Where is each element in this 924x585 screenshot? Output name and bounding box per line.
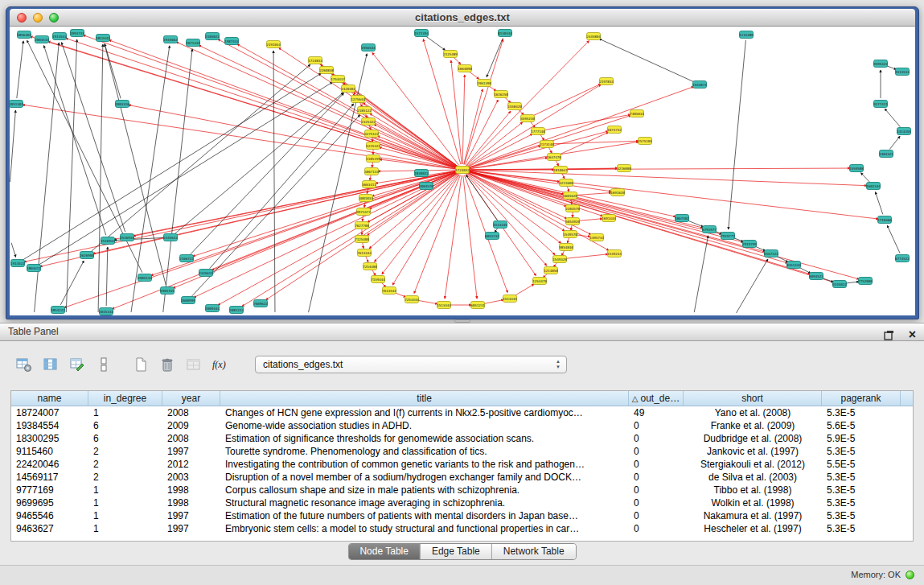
table-mode-icon[interactable] — [14, 356, 34, 373]
graph-node[interactable]: 7253444 — [405, 296, 419, 303]
graph-node[interactable]: 2093731 — [70, 30, 84, 37]
graph-node[interactable]: 6051232 — [485, 233, 499, 240]
graph-node[interactable]: 5905133 — [138, 274, 152, 282]
table-row[interactable]: 946362711997Embryonic stem cells: a mode… — [11, 522, 913, 535]
minimize-window-button[interactable] — [33, 13, 43, 23]
graph-node[interactable]: 7159444 — [371, 276, 385, 283]
graph-node[interactable]: 3067133 — [364, 168, 379, 175]
column-header-year[interactable]: year — [162, 391, 220, 406]
graph-node[interactable]: 1804411 — [27, 265, 41, 272]
memory-status-icon[interactable] — [906, 571, 914, 579]
graph-node[interactable]: 1115480 — [739, 31, 754, 39]
graph-node[interactable]: 8451444 — [786, 262, 801, 269]
graph-node[interactable]: 2009444 — [205, 305, 220, 312]
graph-node[interactable]: 3081833 — [359, 195, 373, 202]
graph-node[interactable]: 2081222 — [229, 307, 244, 314]
graph-node[interactable]: 1944874 — [692, 81, 707, 89]
graph-node[interactable]: 7609622 — [253, 300, 268, 307]
graph-node[interactable]: 4275122 — [364, 130, 379, 138]
table-source-dropdown[interactable]: citations_edges.txt ▲▼ — [255, 356, 567, 373]
new-file-icon[interactable] — [131, 356, 150, 373]
table-row[interactable]: 1456911722003Disruption of a novel membe… — [11, 471, 913, 484]
function-icon[interactable]: f(x) — [211, 356, 230, 373]
graph-node[interactable]: 2600999 — [181, 297, 195, 304]
window-titlebar[interactable]: citations_edges.txt — [10, 9, 915, 27]
graph-node[interactable]: 1856402 — [17, 31, 31, 39]
graph-node[interactable]: 1616250 — [494, 91, 508, 98]
network-canvas[interactable]: 1856402200453319135332093731181244219456… — [10, 27, 915, 315]
graph-node[interactable]: 1602344 — [866, 183, 881, 190]
graph-node[interactable]: 6791977 — [702, 226, 717, 233]
graph-node[interactable]: 1691620 — [610, 189, 625, 196]
network-graph[interactable]: 1856402200453319135332093731181244219456… — [10, 27, 915, 315]
zoom-window-button[interactable] — [49, 13, 59, 23]
graph-node[interactable]: 7919777 — [721, 233, 735, 240]
graph-node[interactable]: 1724833 — [308, 57, 322, 64]
graph-node[interactable]: 2105022 — [205, 33, 220, 40]
graph-node[interactable]: 1513533 — [895, 68, 910, 76]
show-columns-icon[interactable] — [41, 356, 60, 373]
graph-node[interactable]: 2345633 — [163, 234, 178, 241]
table-row[interactable]: 977716911998Corpus callosum shape and si… — [11, 484, 913, 496]
graph-node[interactable]: 1572394 — [414, 30, 429, 37]
graph-node[interactable]: 2003316 — [115, 101, 129, 108]
graph-node[interactable]: 3211600 — [559, 179, 573, 187]
graph-node[interactable]: 7752000 — [858, 278, 873, 285]
graph-node[interactable]: 1404322 — [879, 150, 893, 158]
graph-node[interactable]: 7254400 — [363, 263, 377, 270]
tab-network-table[interactable]: Network Table — [492, 544, 576, 559]
graph-node[interactable]: 2185199 — [366, 155, 380, 163]
graph-node[interactable]: 1647470 — [547, 154, 561, 161]
graph-node[interactable]: 1691444 — [602, 215, 616, 222]
graph-node[interactable]: 1559588 — [849, 165, 864, 172]
column-header-name[interactable]: name — [11, 391, 88, 406]
graph-node[interactable]: 1987433 — [224, 38, 239, 45]
graph-node[interactable]: 5054920 — [565, 218, 580, 225]
graph-node[interactable]: 1710366 — [877, 216, 892, 224]
graph-node[interactable]: 1854222 — [51, 307, 65, 314]
graph-node[interactable]: 2197833 — [599, 78, 614, 85]
graph-node[interactable]: 9973477 — [356, 208, 371, 216]
graph-node[interactable]: 1956544 — [361, 44, 376, 51]
graph-node[interactable]: 7627700 — [355, 222, 369, 229]
table-row[interactable]: 946554611997Estimation of the future num… — [11, 509, 913, 522]
graph-node[interactable]: 1810641 — [553, 167, 568, 174]
graph-node[interactable]: 7485033 — [630, 110, 644, 117]
graph-node[interactable]: 1275644 — [351, 96, 365, 103]
edit-table-icon[interactable] — [68, 356, 87, 373]
graph-node[interactable]: 5225322 — [366, 142, 380, 150]
graph-node[interactable]: 1913533 — [52, 33, 67, 40]
graph-node[interactable]: 1664090 — [458, 65, 472, 72]
graph-node[interactable]: 2051301 — [10, 101, 23, 108]
graph-node[interactable]: 2516935 — [120, 234, 134, 241]
column-header-pagerank[interactable]: pagerank — [822, 391, 901, 406]
row-icon[interactable] — [94, 356, 113, 373]
graph-node[interactable]: 2626900 — [80, 252, 94, 259]
table-row[interactable]: 1830029562008Estimation of significance … — [11, 432, 913, 445]
graph-node[interactable]: 1777140 — [531, 128, 545, 135]
graph-node[interactable]: 4595230 — [520, 115, 535, 122]
graph-node[interactable]: 1414355 — [897, 128, 911, 135]
graph-node[interactable]: 1214850 — [544, 267, 558, 274]
graph-node[interactable]: 1549244 — [607, 250, 622, 257]
graph-node[interactable]: 7919799 — [742, 241, 757, 248]
graph-node[interactable]: 1558420 — [507, 103, 522, 110]
graph-node[interactable]: 1830022 — [414, 170, 429, 177]
table-row[interactable]: 969969511998Structural magnetic resonanc… — [11, 496, 913, 509]
graph-node[interactable]: 6774522 — [895, 255, 910, 262]
graph-node[interactable]: 2204570 — [565, 205, 580, 212]
graph-node[interactable]: 2445804 — [586, 33, 601, 40]
close-panel-icon[interactable]: × — [909, 328, 916, 341]
graph-node[interactable]: 2345611 — [199, 270, 213, 277]
close-window-button[interactable] — [17, 13, 27, 23]
graph-node[interactable]: 1754437 — [331, 76, 345, 83]
graph-node[interactable]: 2125489 — [443, 51, 458, 58]
graph-node[interactable]: 2166722 — [179, 255, 194, 262]
table-row[interactable]: 911546021997Tourette syndrome. Phenomeno… — [11, 445, 913, 458]
graph-node[interactable]: 1601620 — [563, 192, 577, 200]
tab-node-table[interactable]: Node Table — [348, 544, 421, 559]
graph-node[interactable]: 1549320 — [552, 256, 567, 263]
graph-node[interactable]: 1867402 — [675, 215, 689, 222]
graph-node[interactable]: 1549570 — [563, 231, 577, 238]
graph-node[interactable]: 9277411 — [873, 101, 888, 108]
